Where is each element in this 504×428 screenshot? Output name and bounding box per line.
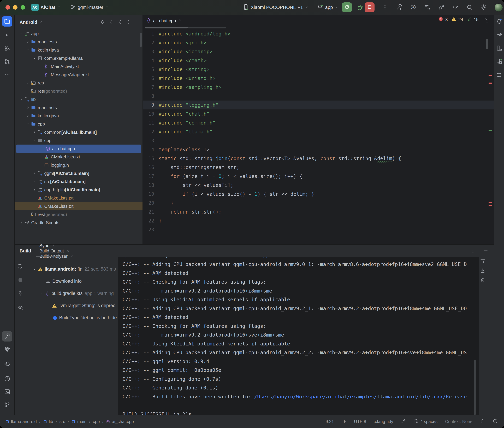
more-horizontal-tool-button[interactable] <box>4 72 10 79</box>
editor-scrollbar[interactable] <box>486 39 488 49</box>
tree-item-lib[interactable]: lib <box>15 95 143 103</box>
rerun-button[interactable] <box>342 2 352 12</box>
code-line-18[interactable]: 18 str << values[i]; <box>143 181 494 189</box>
tree-item-kotlin-java[interactable]: kotlin+java <box>15 112 143 120</box>
minimize-dash-icon[interactable] <box>483 248 488 254</box>
clear-button[interactable] <box>480 277 486 284</box>
chevron-down-icon[interactable] <box>105 5 109 9</box>
code-area[interactable]: 1#include <android/log.h>2#include <jni.… <box>143 28 494 234</box>
tree-item-cpp-httplib[interactable]: cpp-httplib [AiChat.lib.main] <box>15 186 143 194</box>
tab-scroll-indicator[interactable] <box>145 27 188 28</box>
gemini-tool-button[interactable] <box>496 72 503 80</box>
filter-eye-button[interactable] <box>17 305 23 311</box>
inspections-icon[interactable] <box>401 419 406 425</box>
run-options-kebab[interactable] <box>382 4 388 11</box>
build-tree-item-build-gradle-kts[interactable]: build.gradle.ktsapp 1 warning <box>26 287 118 300</box>
code-line-23[interactable]: 23 <box>143 225 494 234</box>
clang-tidy-widget[interactable]: .clang-tidy <box>374 419 393 424</box>
scroll-to-end-button[interactable] <box>480 268 486 274</box>
run-config-selector[interactable]: app <box>317 4 338 11</box>
chevron-down-icon[interactable] <box>19 32 24 36</box>
breadcrumb-ai-chat-cpp[interactable]: Cai_chat.cpp <box>106 419 134 424</box>
tree-item-messageadapter-kt[interactable]: MessageAdapter.kt <box>15 71 143 79</box>
caret-position[interactable]: 9:21 <box>325 419 334 424</box>
close-window-button[interactable] <box>6 5 10 10</box>
code-line-6[interactable]: 6#include <unistd.h> <box>143 74 494 83</box>
build-output-link[interactable]: /Users/hanyin/Workspace/ai-chat/examples… <box>254 394 467 400</box>
project-tool-button[interactable] <box>2 16 12 26</box>
tree-item-res-generated[interactable]: res (generated) <box>15 210 143 219</box>
build-hammer-tool-button[interactable] <box>2 331 12 342</box>
build-tree-item-buildtype-debug-is-both-de[interactable]: BuildType 'debug' is both de <box>26 312 118 324</box>
chevron-down-icon[interactable] <box>39 291 43 296</box>
minimize-window-button[interactable] <box>13 5 17 10</box>
search-button[interactable] <box>466 4 473 11</box>
code-line-12[interactable]: 12#include "llama.h" <box>143 127 494 136</box>
error-stripe-mark[interactable] <box>488 205 492 206</box>
code-line-4[interactable]: 4#include <cmath> <box>143 56 494 65</box>
line-separator[interactable]: LF <box>342 419 346 424</box>
code-line-2[interactable]: 2#include <jni.h> <box>143 38 494 47</box>
running-devices-tool-button[interactable] <box>496 58 503 66</box>
tree-item-cpp[interactable]: cpp <box>15 120 143 128</box>
chevron-down-icon[interactable] <box>26 48 30 52</box>
tree-item-cmakelists-txt[interactable]: CMakeLists.txt <box>15 153 143 161</box>
pin-button[interactable] <box>17 291 23 297</box>
code-line-15[interactable]: 15static std::string join(const std::vec… <box>143 154 494 163</box>
device-streaming-button[interactable] <box>452 4 459 11</box>
tree-item-ggml[interactable]: ggml [AiChat.lib.main] <box>15 169 143 177</box>
code-line-11[interactable]: 11#include "common.h" <box>143 118 494 127</box>
chevron-down-icon[interactable] <box>305 5 308 9</box>
expand-all-button[interactable] <box>109 19 114 25</box>
chevron-down-icon[interactable] <box>39 20 43 25</box>
chevron-right-icon[interactable] <box>26 106 30 110</box>
build-tab-sync[interactable]: Sync <box>39 243 74 248</box>
project-view-selector[interactable]: Android <box>19 20 37 25</box>
tree-item-com-example-llama[interactable]: com.example.llama <box>15 54 143 62</box>
terminal-tool-button[interactable] <box>4 388 10 396</box>
debug-button[interactable] <box>357 4 364 12</box>
apply-changes-button[interactable]: A <box>410 4 417 11</box>
file-encoding[interactable]: UTF-8 <box>354 419 366 424</box>
chevron-down-icon[interactable] <box>334 5 338 9</box>
chevron-down-icon[interactable] <box>32 138 36 142</box>
build-tree-item-llama-android-fin[interactable]: llama.android: fin22 sec, 583 ms <box>26 263 118 275</box>
profiler-button[interactable] <box>424 4 431 11</box>
prev-problem-button[interactable] <box>483 17 488 22</box>
build-tree-item-download-info[interactable]: Download info <box>26 275 118 287</box>
indent-widget[interactable]: 4 spaces <box>413 419 437 425</box>
tree-item-kotlin-java[interactable]: kotlin+java <box>15 46 143 54</box>
resource-manager-tool-button[interactable] <box>4 45 10 52</box>
chevron-right-icon[interactable] <box>19 221 24 225</box>
logcat-tool-button[interactable] <box>4 361 10 368</box>
close-x-icon[interactable] <box>66 249 70 253</box>
tree-item-app[interactable]: app <box>15 29 143 38</box>
build-tree-item-jvmtarget-string-is-deprec[interactable]: 'jvmTarget: String' is deprec <box>26 300 118 312</box>
commit-tool-button[interactable] <box>4 32 10 39</box>
soft-wrap-button[interactable] <box>480 258 486 265</box>
close-x-icon[interactable] <box>52 244 55 248</box>
code-line-8[interactable]: 8 <box>143 92 494 100</box>
collapse-all-button[interactable] <box>117 19 122 25</box>
code-line-14[interactable]: 14template<class T> <box>143 145 494 154</box>
code-line-10[interactable]: 10#include "chat.h" <box>143 109 494 118</box>
next-problem-button[interactable] <box>493 17 494 22</box>
code-line-21[interactable]: 21 return str.str(); <box>143 207 494 216</box>
chevron-right-icon[interactable] <box>32 130 36 134</box>
code-line-16[interactable]: 16 std::ostringstream str; <box>143 163 494 172</box>
chevron-down-icon[interactable] <box>33 267 37 271</box>
project-widget[interactable]: AC AiChat <box>31 4 61 11</box>
build-console[interactable]: C/C++: -- Using KleidiAI optimized kerne… <box>118 257 479 415</box>
breadcrumb-main[interactable]: main <box>71 419 86 424</box>
code-line-3[interactable]: 3#include <iomanip> <box>143 47 494 56</box>
chevron-down-icon[interactable] <box>26 122 30 126</box>
code-line-19[interactable]: 19 if (i < values.size() - 1) { str << d… <box>143 189 494 198</box>
chevron-right-icon[interactable] <box>26 40 30 44</box>
tree-item-manifests[interactable]: manifests <box>15 38 143 46</box>
resolve-context[interactable]: Context: None <box>445 419 472 424</box>
error-stripe-mark[interactable] <box>488 202 492 203</box>
breadcrumb-lib[interactable]: lib <box>43 419 53 424</box>
code-line-9[interactable]: 9#include "logging.h" <box>143 100 494 109</box>
more-vertical-button[interactable] <box>126 19 131 25</box>
chevron-right-icon[interactable] <box>26 114 30 118</box>
